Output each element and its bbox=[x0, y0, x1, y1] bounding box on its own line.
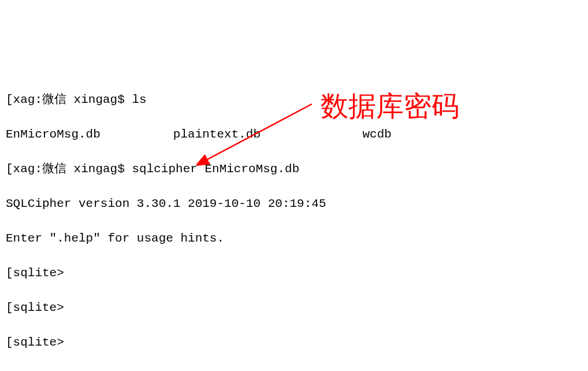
terminal-output[interactable]: [xag:微信 xingag$ ls EnMicroMsg.db plainte… bbox=[6, 74, 582, 371]
terminal-line: [sqlite> bbox=[6, 334, 582, 351]
terminal-line: Enter ".help" for usage hints. bbox=[6, 230, 582, 247]
terminal-line: [sqlite> bbox=[6, 369, 582, 371]
terminal-line: SQLCipher version 3.30.1 2019-10-10 20:1… bbox=[6, 195, 582, 213]
terminal-line: EnMicroMsg.db plaintext.db wcdb bbox=[6, 126, 582, 143]
terminal-line: [sqlite> bbox=[6, 265, 582, 282]
terminal-line: [sqlite> bbox=[6, 299, 582, 317]
terminal-line: [xag:微信 xingag$ ls bbox=[6, 91, 582, 109]
terminal-line: [xag:微信 xingag$ sqlcipher EnMicroMsg.db bbox=[6, 161, 582, 178]
annotation-label: 数据库密码 bbox=[321, 92, 459, 120]
